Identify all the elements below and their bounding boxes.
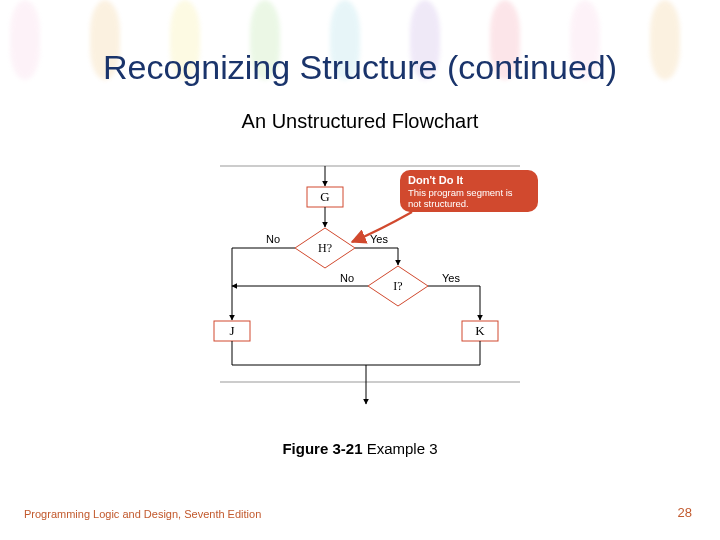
- node-k-label: K: [475, 323, 485, 338]
- dont-do-it-callout: Don't Do It This program segment is not …: [352, 170, 538, 242]
- h-no-label: No: [266, 233, 280, 245]
- callout-head: Don't Do It: [408, 174, 463, 186]
- i-yes-label: Yes: [442, 272, 460, 284]
- page-number: 28: [678, 505, 692, 520]
- caption-rest: Example 3: [362, 440, 437, 457]
- node-i-label: I?: [393, 279, 402, 293]
- caption-bold: Figure 3-21: [282, 440, 362, 457]
- callout-body1: This program segment is: [408, 187, 513, 198]
- node-g-label: G: [320, 189, 329, 204]
- node-j-label: J: [229, 323, 234, 338]
- figure-caption: Figure 3-21 Example 3: [0, 440, 720, 457]
- flowchart-figure: G H? No Yes I? No Yes J K Don't Do It Th…: [160, 160, 560, 420]
- i-no-label: No: [340, 272, 354, 284]
- page-subtitle: An Unstructured Flowchart: [0, 110, 720, 133]
- h-yes-label: Yes: [370, 233, 388, 245]
- callout-body2: not structured.: [408, 198, 469, 209]
- page-title: Recognizing Structure (continued): [0, 48, 720, 87]
- node-h-label: H?: [318, 241, 332, 255]
- footer-book-title: Programming Logic and Design, Seventh Ed…: [24, 508, 261, 520]
